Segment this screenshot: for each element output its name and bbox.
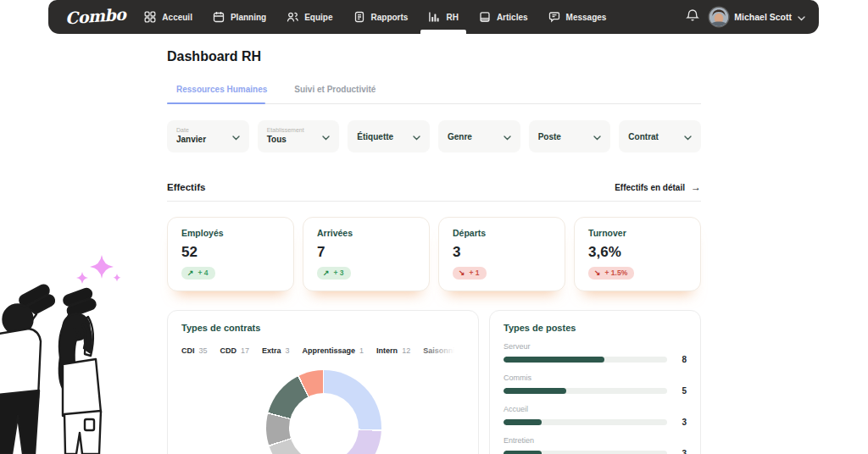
filter-label: Etablissement bbox=[267, 127, 304, 135]
section-divider bbox=[167, 201, 701, 202]
filter-poste[interactable]: Poste bbox=[529, 120, 611, 152]
arrow-right-icon: → bbox=[691, 181, 701, 193]
bar-value: 3 bbox=[675, 418, 687, 427]
app-window: Combo Acceuil Planning bbox=[0, 0, 868, 454]
kpi-value: 7 bbox=[317, 244, 415, 261]
nav-item-acceuil[interactable]: Acceuil bbox=[144, 0, 192, 34]
bar-label: Serveur bbox=[504, 342, 687, 351]
legend-name: Apprentissage bbox=[303, 346, 356, 355]
legend-item: Intern 12 bbox=[376, 346, 410, 355]
legend-item: Apprentissage 1 bbox=[303, 346, 364, 355]
illustration-people-binoculars bbox=[0, 246, 129, 454]
nav-label: Equipe bbox=[304, 13, 332, 22]
bar-value: 8 bbox=[675, 355, 687, 364]
sparkle-icons bbox=[76, 255, 121, 284]
combo-logo[interactable]: Combo bbox=[64, 5, 126, 28]
nav-label: Articles bbox=[497, 13, 528, 22]
link-label: Effectifs en détail bbox=[615, 183, 685, 192]
filter-date[interactable]: Date Janvier bbox=[167, 120, 249, 152]
nav-item-rh[interactable]: RH bbox=[428, 0, 458, 34]
chevron-down-icon bbox=[413, 129, 420, 144]
nav-item-rapports[interactable]: Rapports bbox=[353, 0, 409, 34]
trend-delta: + 1 bbox=[470, 269, 480, 277]
legend-value: 12 bbox=[402, 346, 410, 355]
kpi-label: Turnover bbox=[588, 228, 687, 238]
filter-value: Étiquette bbox=[357, 132, 393, 141]
kpi-value: 52 bbox=[181, 244, 280, 261]
nav-item-messages[interactable]: Messages bbox=[548, 0, 607, 34]
legend-value: 17 bbox=[241, 346, 249, 355]
poste-bar-fill bbox=[504, 419, 542, 425]
legend-item: CDD 17 bbox=[220, 346, 250, 355]
trend-delta: + 3 bbox=[334, 269, 344, 277]
legend-fade-overlay bbox=[415, 346, 465, 355]
navbar-right: Michael Scott bbox=[686, 8, 805, 26]
nav-menu: Acceuil Planning Equipe bbox=[144, 0, 606, 34]
trend-down-icon: ↘ bbox=[459, 269, 465, 277]
nav-item-equipe[interactable]: Equipe bbox=[287, 0, 332, 34]
bar-label: Accueil bbox=[504, 405, 687, 413]
legend-name: Intern bbox=[376, 346, 398, 355]
filter-value: Janvier bbox=[176, 135, 206, 146]
chart-title: Types de contrats bbox=[181, 323, 465, 333]
legend-name: Extra bbox=[262, 346, 281, 355]
nav-item-articles[interactable]: Articles bbox=[479, 0, 528, 34]
filter-genre[interactable]: Genre bbox=[438, 120, 520, 152]
legend-item: Extra 3 bbox=[262, 346, 290, 355]
calendar-icon bbox=[213, 11, 225, 23]
avatar bbox=[709, 8, 728, 26]
trend-up-icon: ↗ bbox=[323, 269, 330, 277]
bar-track bbox=[504, 451, 667, 454]
tab-ressources-humaines[interactable]: Ressources Humaines bbox=[176, 85, 267, 94]
kpi-card-employes: Employés 52 ↗ + 4 bbox=[167, 217, 294, 291]
user-name: Michael Scott bbox=[734, 12, 792, 22]
nav-label: Messages bbox=[566, 13, 607, 22]
filter-value: Poste bbox=[538, 132, 561, 141]
contracts-chart-card: Types de contrats CDI 35 CDD 17 Extra 3 bbox=[167, 310, 479, 454]
kpi-card-departs: Départs 3 ↘ + 1 bbox=[438, 217, 565, 291]
filter-contrat[interactable]: Contrat bbox=[619, 120, 701, 152]
filter-value: Contrat bbox=[628, 132, 659, 141]
report-icon bbox=[353, 11, 365, 23]
trend-delta: + 1.5% bbox=[605, 269, 628, 277]
book-icon bbox=[479, 11, 491, 23]
legend-value: 1 bbox=[359, 346, 364, 355]
kpi-card-arrivees: Arrivées 7 ↗ + 3 bbox=[303, 217, 430, 291]
section-title: Effectifs bbox=[167, 182, 205, 192]
poste-bar-fill bbox=[504, 357, 604, 363]
effectifs-detail-link[interactable]: Effectifs en détail → bbox=[615, 181, 701, 193]
grid-icon bbox=[144, 11, 156, 23]
filter-value: Genre bbox=[448, 132, 472, 141]
chevron-down-icon bbox=[504, 129, 511, 144]
active-tab-underline bbox=[167, 102, 265, 104]
chart-title: Types de postes bbox=[504, 323, 687, 333]
bar-label: Entretien bbox=[504, 436, 687, 445]
bar-track bbox=[504, 357, 667, 363]
kpi-label: Départs bbox=[453, 228, 551, 238]
trend-up-icon: ↗ bbox=[187, 269, 194, 277]
bell-icon[interactable] bbox=[686, 8, 699, 25]
nav-item-planning[interactable]: Planning bbox=[213, 0, 266, 34]
chevron-down-icon bbox=[593, 129, 601, 144]
chevron-down-icon bbox=[798, 9, 805, 25]
kpi-card-turnover: Turnover 3,6% ↘ + 1.5% bbox=[574, 217, 701, 291]
bar-row-commis: Commis 5 bbox=[504, 374, 687, 396]
user-menu[interactable]: Michael Scott bbox=[709, 8, 805, 26]
page-title: Dashboard RH bbox=[167, 49, 701, 64]
bar-label: Commis bbox=[504, 374, 687, 382]
bar-value: 5 bbox=[675, 386, 687, 396]
legend-value: 35 bbox=[199, 346, 208, 355]
nav-label: Planning bbox=[231, 13, 266, 22]
kpi-value: 3,6% bbox=[588, 244, 687, 261]
donut-hole bbox=[289, 393, 359, 454]
filter-etablissement[interactable]: Etablissement Tous bbox=[258, 120, 340, 152]
chat-icon bbox=[548, 11, 560, 23]
filter-etiquette[interactable]: Étiquette bbox=[348, 120, 430, 152]
bar-track bbox=[504, 388, 667, 394]
trend-badge: ↗ + 4 bbox=[181, 267, 215, 280]
legend-name: CDI bbox=[181, 346, 195, 355]
nav-label: Acceuil bbox=[162, 13, 192, 22]
tab-suivi-productivite[interactable]: Suivi et Productivité bbox=[294, 85, 376, 94]
trend-badge: ↗ + 3 bbox=[317, 267, 351, 280]
trend-down-icon: ↘ bbox=[594, 269, 601, 277]
